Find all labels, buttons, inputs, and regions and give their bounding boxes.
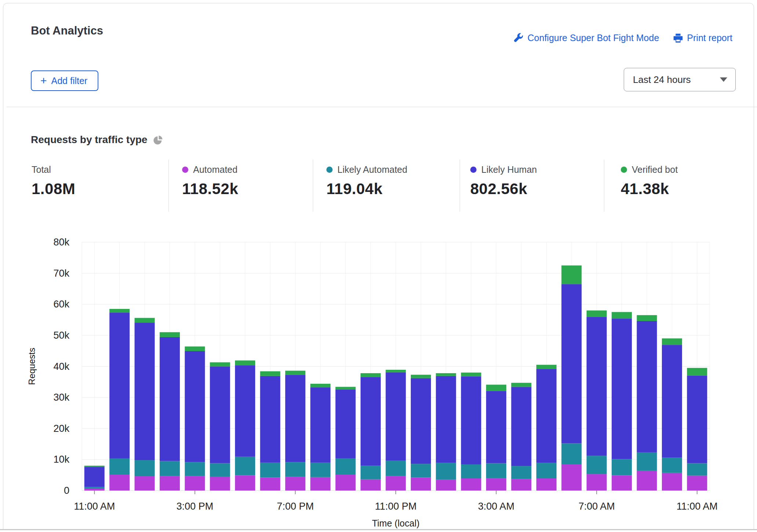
add-filter-button[interactable]: + Add filter — [31, 70, 98, 91]
bar-segment-verified-bot[interactable] — [561, 265, 582, 284]
bar-segment-likely-human[interactable] — [160, 337, 180, 461]
stat-likely-human[interactable]: Likely Human802.56k — [470, 164, 537, 198]
bar-segment-automated[interactable] — [310, 477, 330, 491]
bar-segment-likely-human[interactable] — [310, 387, 330, 463]
bar-segment-likely-automated[interactable] — [411, 464, 431, 477]
bar-segment-likely-automated[interactable] — [612, 459, 632, 475]
bar-segment-likely-automated[interactable] — [109, 459, 130, 474]
bar-segment-likely-human[interactable] — [285, 375, 305, 462]
bar-segment-automated[interactable] — [687, 475, 707, 491]
bar-segment-automated[interactable] — [336, 474, 356, 491]
bar-segment-likely-automated[interactable] — [310, 463, 330, 477]
bar-segment-likely-automated[interactable] — [135, 460, 155, 476]
bar-segment-likely-human[interactable] — [386, 372, 406, 461]
bar-segment-verified-bot[interactable] — [160, 332, 180, 337]
bar-segment-automated[interactable] — [361, 480, 381, 491]
bar-segment-likely-automated[interactable] — [84, 487, 105, 489]
bar-segment-likely-human[interactable] — [511, 387, 532, 466]
bar-segment-likely-human[interactable] — [486, 391, 506, 463]
bar-segment-automated[interactable] — [411, 477, 431, 491]
bar-segment-automated[interactable] — [461, 478, 481, 491]
bar-segment-automated[interactable] — [109, 474, 130, 491]
bar-segment-likely-human[interactable] — [235, 365, 255, 457]
bar-segment-automated[interactable] — [185, 476, 205, 491]
bar-segment-automated[interactable] — [637, 471, 657, 491]
bar-segment-automated[interactable] — [511, 479, 532, 491]
bar-segment-likely-human[interactable] — [109, 313, 130, 459]
bar-segment-likely-human[interactable] — [436, 376, 456, 463]
bar-segment-verified-bot[interactable] — [386, 370, 406, 372]
stat-total[interactable]: Total1.08M — [32, 164, 75, 198]
bar-segment-likely-human[interactable] — [135, 323, 155, 460]
bar-segment-verified-bot[interactable] — [310, 384, 330, 387]
bar-segment-likely-automated[interactable] — [662, 458, 682, 473]
bar-segment-likely-human[interactable] — [612, 318, 632, 459]
bar-segment-likely-automated[interactable] — [687, 463, 707, 476]
bar-segment-verified-bot[interactable] — [637, 315, 657, 321]
bar-segment-likely-automated[interactable] — [561, 443, 582, 464]
bar-segment-likely-human[interactable] — [411, 378, 431, 464]
bar-segment-verified-bot[interactable] — [511, 383, 532, 387]
bar-segment-automated[interactable] — [386, 476, 406, 491]
bar-segment-likely-human[interactable] — [210, 367, 230, 463]
bar-segment-automated[interactable] — [662, 473, 682, 491]
bar-segment-automated[interactable] — [160, 476, 180, 491]
bar-segment-verified-bot[interactable] — [461, 372, 481, 376]
bar-segment-verified-bot[interactable] — [109, 309, 130, 313]
bar-segment-likely-automated[interactable] — [461, 464, 481, 478]
stat-likely-automated[interactable]: Likely Automated119.04k — [326, 164, 407, 198]
bar-segment-likely-automated[interactable] — [587, 456, 607, 474]
bar-segment-likely-automated[interactable] — [285, 462, 305, 477]
bar-segment-likely-human[interactable] — [260, 376, 280, 463]
bar-segment-verified-bot[interactable] — [285, 371, 305, 375]
bar-segment-verified-bot[interactable] — [536, 365, 557, 369]
bar-segment-verified-bot[interactable] — [411, 375, 431, 378]
bar-segment-verified-bot[interactable] — [436, 373, 456, 376]
bar-segment-automated[interactable] — [135, 476, 155, 491]
bar-segment-likely-human[interactable] — [185, 351, 205, 462]
bar-segment-likely-human[interactable] — [662, 345, 682, 458]
bar-segment-verified-bot[interactable] — [612, 312, 632, 318]
bar-segment-automated[interactable] — [587, 474, 607, 491]
bar-segment-likely-human[interactable] — [361, 377, 381, 466]
bar-segment-verified-bot[interactable] — [361, 373, 381, 377]
bar-segment-likely-automated[interactable] — [486, 463, 506, 478]
bar-segment-verified-bot[interactable] — [135, 318, 155, 323]
bar-segment-verified-bot[interactable] — [84, 466, 105, 467]
bar-segment-likely-automated[interactable] — [637, 452, 657, 471]
bar-segment-likely-automated[interactable] — [336, 458, 356, 474]
bar-segment-likely-human[interactable] — [536, 369, 557, 463]
bar-segment-verified-bot[interactable] — [486, 385, 506, 391]
bar-segment-verified-bot[interactable] — [587, 310, 607, 317]
bar-segment-likely-automated[interactable] — [160, 461, 180, 476]
bar-segment-automated[interactable] — [210, 477, 230, 491]
bar-segment-likely-automated[interactable] — [260, 463, 280, 478]
print-report-link[interactable]: Print report — [673, 33, 732, 43]
bar-segment-likely-automated[interactable] — [386, 461, 406, 476]
bar-segment-likely-automated[interactable] — [536, 463, 557, 478]
time-range-select[interactable]: Last 24 hours — [624, 68, 736, 91]
bar-segment-likely-human[interactable] — [84, 467, 105, 487]
bar-segment-likely-human[interactable] — [336, 390, 356, 458]
bar-segment-likely-automated[interactable] — [361, 466, 381, 479]
bar-segment-likely-human[interactable] — [687, 376, 707, 463]
bar-segment-verified-bot[interactable] — [260, 371, 280, 376]
bar-segment-verified-bot[interactable] — [210, 362, 230, 366]
bar-segment-automated[interactable] — [260, 477, 280, 491]
bar-segment-verified-bot[interactable] — [687, 368, 707, 376]
bar-segment-automated[interactable] — [235, 475, 255, 491]
bar-segment-automated[interactable] — [486, 478, 506, 491]
bar-segment-likely-automated[interactable] — [511, 466, 532, 479]
bar-segment-automated[interactable] — [285, 477, 305, 491]
bar-segment-likely-human[interactable] — [637, 321, 657, 452]
bar-segment-verified-bot[interactable] — [662, 338, 682, 345]
bar-segment-likely-human[interactable] — [461, 376, 481, 464]
bar-segment-verified-bot[interactable] — [235, 360, 255, 365]
bar-segment-likely-automated[interactable] — [210, 463, 230, 477]
bar-segment-likely-automated[interactable] — [235, 457, 255, 475]
bar-segment-verified-bot[interactable] — [336, 387, 356, 390]
stat-verified-bot[interactable]: Verified bot41.38k — [621, 164, 678, 198]
bar-segment-likely-human[interactable] — [587, 317, 607, 456]
bar-segment-verified-bot[interactable] — [185, 346, 205, 351]
stat-automated[interactable]: Automated118.52k — [182, 164, 238, 198]
